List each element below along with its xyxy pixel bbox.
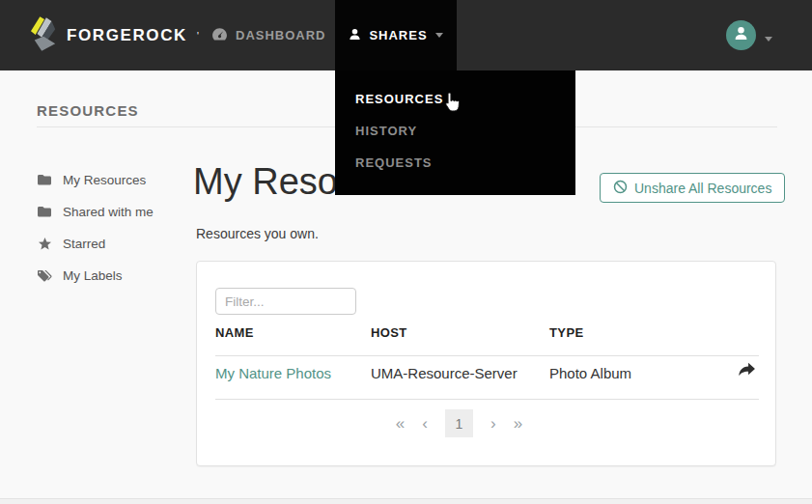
shares-dropdown-menu: RESOURCES HISTORY REQUESTS [335, 70, 575, 195]
avatar-chevron-down-icon[interactable] [765, 37, 772, 42]
sidebar-item-my-resources[interactable]: My Resources [37, 170, 186, 189]
folder-icon [37, 205, 52, 218]
sidebar-label: My Labels [63, 268, 123, 283]
sidebar-label: Shared with me [63, 205, 154, 219]
dashboard-icon [211, 26, 228, 45]
avatar-user-icon [734, 26, 748, 44]
pagination: « ‹ 1 › » [170, 409, 748, 437]
ban-icon [613, 180, 628, 197]
nav-item-shares[interactable]: SHARES [335, 0, 457, 70]
top-navbar: FORGEROCK' DASHBOARD SHARES [0, 0, 812, 70]
resources-sidebar: My Resources Shared with me Starred My L… [37, 170, 186, 297]
resource-type: Photo Album [549, 365, 631, 381]
menu-item-requests[interactable]: REQUESTS [335, 147, 575, 179]
column-header-type: TYPE [549, 325, 584, 340]
nav-dashboard-label: DASHBOARD [236, 28, 326, 42]
pagination-last-button[interactable]: » [514, 409, 522, 437]
brand-name: FORGEROCK [67, 26, 187, 45]
brand-trademark-tick: ' [197, 31, 199, 42]
unshare-button-label: Unshare All Resources [634, 181, 771, 196]
mouse-cursor-hand-icon [445, 92, 460, 116]
unshare-all-resources-button[interactable]: Unshare All Resources [600, 173, 785, 203]
page-subtitle: Resources you own. [196, 226, 319, 241]
menu-item-history[interactable]: HISTORY [335, 115, 575, 147]
forgerock-logo-icon [31, 15, 58, 56]
star-icon [37, 237, 52, 250]
app-frame: FORGEROCK' DASHBOARD SHARES [0, 0, 812, 504]
pagination-page-1[interactable]: 1 [445, 409, 473, 437]
user-avatar[interactable] [726, 20, 756, 50]
sidebar-label: Starred [63, 237, 105, 251]
share-icon[interactable] [738, 362, 756, 380]
resource-name-link[interactable]: My Nature Photos [215, 365, 331, 381]
table-header-divider [215, 355, 759, 356]
user-icon [349, 28, 361, 43]
pagination-first-button[interactable]: « [396, 409, 405, 437]
sidebar-item-starred[interactable]: Starred [37, 234, 186, 253]
pagination-prev-button[interactable]: ‹ [422, 409, 428, 437]
filter-input[interactable] [215, 288, 356, 315]
chevron-down-icon [435, 33, 443, 38]
tags-icon [37, 269, 52, 282]
sidebar-item-shared-with-me[interactable]: Shared with me [37, 202, 186, 221]
nav-item-dashboard[interactable]: DASHBOARD [211, 0, 326, 70]
page-breadcrumb: RESOURCES [37, 102, 139, 119]
pagination-next-button[interactable]: › [490, 409, 496, 437]
nav-shares-label: SHARES [369, 28, 427, 42]
resources-table-card: NAME HOST TYPE My Nature Photos UMA-Reso… [196, 261, 776, 466]
table-row-divider [215, 399, 759, 400]
resource-host: UMA-Resource-Server [371, 365, 518, 381]
forgerock-logo[interactable]: FORGEROCK' [31, 15, 199, 56]
sidebar-item-my-labels[interactable]: My Labels [37, 266, 186, 285]
folder-icon [37, 173, 52, 186]
column-header-host: HOST [371, 325, 407, 340]
column-header-name: NAME [215, 325, 254, 340]
sidebar-label: My Resources [63, 173, 146, 187]
footer-divider [0, 498, 812, 504]
